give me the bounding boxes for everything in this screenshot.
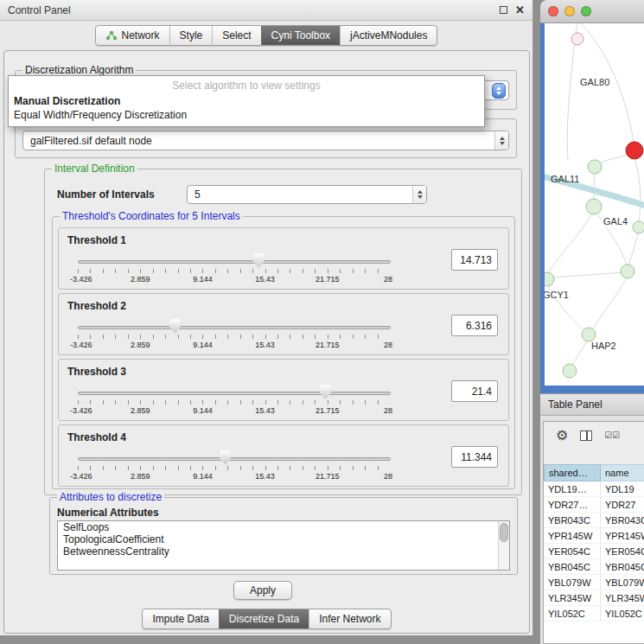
interval-definition-title: Interval Definition [52, 163, 137, 175]
slider-ticks [78, 466, 390, 470]
control-panel-titlebar: Control Panel ✕ [0, 0, 532, 21]
slider-ticks [78, 335, 390, 339]
threshold-1-slider[interactable]: -3.426 2.859 9.144 15.43 21.715 28 [78, 252, 391, 287]
threshold-3-value-field[interactable] [451, 380, 498, 402]
threshold-2-panel: Threshold 2 -3.426 2.859 9.144 15.43 21.… [58, 293, 509, 355]
table-toolbar: ⚙ ☑☑ [544, 422, 644, 463]
network-node[interactable] [582, 328, 596, 341]
table-row[interactable]: YLR345WYLR345W [544, 590, 644, 606]
discretization-algorithm-title: Discretization Algorithm [22, 64, 136, 76]
apply-button[interactable]: Apply [233, 581, 292, 600]
network-edges [548, 23, 641, 366]
tab-jactivemodules[interactable]: jActiveMNodules [340, 26, 437, 45]
close-icon[interactable]: ✕ [515, 4, 525, 16]
table-row[interactable]: YER054CYER054C [544, 544, 644, 559]
dropdown-option-manual-discretization[interactable]: Manual Discretization [9, 94, 484, 108]
threshold-3-slider[interactable]: -3.426 2.859 9.144 15.43 21.715 28 [78, 384, 391, 418]
table-row[interactable]: YBL079WYBL079W [544, 575, 644, 590]
attributes-group: Attributes to discretize Numerical Attri… [49, 497, 518, 575]
network-node[interactable] [588, 160, 602, 174]
node-label-gal11: GAL11 [551, 174, 579, 184]
network-node[interactable] [571, 33, 583, 45]
slider-thumb[interactable] [169, 319, 181, 334]
table-row[interactable]: YDL19…YDL19 [544, 481, 644, 497]
slider-track[interactable] [78, 326, 391, 329]
network-node[interactable] [586, 199, 602, 214]
tab-discretize-data[interactable]: Discretize Data [219, 609, 309, 628]
table-data-combobox[interactable]: galFiltered.sif default node [22, 131, 509, 150]
thresholds-group: Threshold's Coordinates for 5 Intervals … [52, 216, 515, 489]
network-node-red[interactable] [626, 142, 643, 159]
attributes-list: SelfLoops TopologicalCoefficient Between… [57, 520, 510, 571]
network-canvas[interactable]: GAL80 GAL11 GAL4 GCY1 HAP2 [540, 23, 644, 393]
threshold-2-value-field[interactable] [451, 315, 498, 336]
combobox-stepper-icon[interactable] [492, 83, 506, 99]
interval-definition-group: Interval Definition Number of Intervals … [44, 169, 522, 495]
combobox-arrows-icon[interactable] [494, 131, 508, 150]
table-mode-icon[interactable] [580, 430, 592, 441]
threshold-1-value-field[interactable] [451, 249, 498, 271]
zoom-traffic-light-icon[interactable] [581, 6, 591, 16]
tab-select[interactable]: Select [212, 26, 260, 45]
slider-scale: -3.426 2.859 9.144 15.43 21.715 28 [78, 341, 390, 350]
node-label-gal4: GAL4 [603, 216, 628, 226]
close-traffic-light-icon[interactable] [548, 6, 558, 16]
tab-network[interactable]: Network [96, 26, 169, 45]
table-row[interactable]: YBR045CYBR045C [544, 559, 644, 575]
list-item-selfloops[interactable]: SelfLoops [58, 521, 509, 533]
threshold-3-label: Threshold 3 [67, 366, 126, 378]
slider-thumb[interactable] [253, 253, 265, 268]
list-item-topologicalcoefficient[interactable]: TopologicalCoefficient [58, 533, 509, 545]
slider-track[interactable] [78, 392, 391, 395]
gear-icon[interactable]: ⚙ [556, 429, 568, 443]
attributes-group-title: Attributes to discretize [57, 491, 164, 503]
table-row[interactable]: YPR145WYPR145W [544, 528, 644, 544]
table-row[interactable]: YIL052CYIL052C [544, 606, 644, 622]
slider-thumb[interactable] [320, 385, 331, 399]
network-node[interactable] [633, 221, 644, 233]
number-of-intervals-combobox[interactable]: 5 [187, 185, 427, 204]
tab-infer-network[interactable]: Infer Network [309, 609, 390, 628]
slider-track[interactable] [78, 260, 391, 264]
table-panel-header: Table Panel [540, 393, 644, 416]
combobox-arrows-icon[interactable] [412, 186, 426, 203]
threshold-2-label: Threshold 2 [67, 300, 126, 312]
list-item-betweennesscentrality[interactable]: BetweennessCentrality [58, 545, 509, 558]
table-panel-title: Table Panel [548, 399, 603, 411]
network-graph: GAL80 GAL11 GAL4 GCY1 HAP2 [545, 23, 644, 386]
table-rows: YDL19…YDL19 YDR27…YDR27 YBR043CYBR043C Y… [544, 481, 644, 643]
network-node[interactable] [545, 272, 554, 286]
tab-style[interactable]: Style [169, 26, 213, 45]
threshold-3-panel: Threshold 3 -3.426 2.859 9.144 15.43 21.… [58, 359, 509, 421]
slider-scale: -3.426 2.859 9.144 15.43 21.715 28 [78, 275, 390, 284]
list-scrollbar[interactable] [498, 521, 509, 570]
table-row[interactable]: YBR043CYBR043C [544, 513, 644, 528]
column-header-shared-name[interactable]: shared… [544, 464, 601, 481]
control-panel-window: Control Panel ✕ Network Style Select Cyn… [0, 0, 533, 635]
threshold-2-slider[interactable]: -3.426 2.859 9.144 15.43 21.715 28 [78, 318, 391, 353]
top-tab-row: Network Style Select Cyni Toolbox jActiv… [0, 21, 532, 49]
network-node[interactable] [621, 265, 634, 278]
algorithm-dropdown-popup: Select algorithm to view settings Manual… [8, 75, 485, 127]
tab-impute-data[interactable]: Impute Data [143, 609, 218, 628]
node-label-hap2: HAP2 [591, 341, 616, 351]
slider-scale: -3.426 2.859 9.144 15.43 21.715 28 [78, 472, 390, 481]
network-icon [105, 30, 118, 41]
table-row[interactable]: YDR27…YDR27 [544, 497, 644, 513]
column-header-name[interactable]: name [601, 464, 644, 481]
numerical-attributes-label: Numerical Attributes [57, 507, 159, 519]
minimize-traffic-light-icon[interactable] [564, 6, 575, 16]
float-window-icon[interactable] [500, 6, 507, 14]
threshold-4-value-field[interactable] [451, 446, 498, 468]
dropdown-option-equal-width[interactable]: Equal Width/Frequency Discretization [9, 108, 484, 122]
dropdown-hint: Select algorithm to view settings [9, 78, 484, 94]
slider-thumb[interactable] [220, 450, 231, 465]
scrollbar-thumb[interactable] [500, 523, 508, 542]
threshold-1-panel: Threshold 1 -3.426 2.859 9.144 15.43 21.… [58, 227, 509, 290]
threshold-4-slider[interactable]: -3.426 2.859 9.144 15.43 21.715 28 [78, 450, 391, 484]
slider-track[interactable] [78, 457, 391, 461]
network-node[interactable] [563, 364, 577, 378]
select-columns-icon[interactable]: ☑☑ [604, 430, 620, 441]
threshold-1-label: Threshold 1 [67, 234, 126, 246]
tab-cyni-toolbox[interactable]: Cyni Toolbox [261, 26, 340, 45]
